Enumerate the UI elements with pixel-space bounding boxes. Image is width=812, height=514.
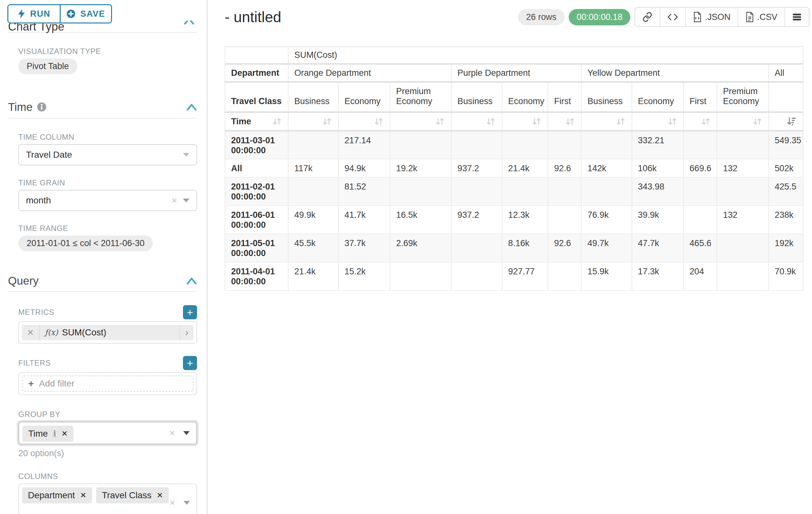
sort-column-button[interactable] xyxy=(390,112,451,131)
query-section-header[interactable]: Query xyxy=(8,274,197,287)
remove-tag-icon[interactable]: ✕ xyxy=(80,491,86,500)
query-section-title: Query xyxy=(8,274,38,287)
group-by-select[interactable]: Timei✕ × xyxy=(18,422,197,444)
columns-select[interactable]: Department✕Travel Class✕ × xyxy=(18,484,197,514)
add-filter-button[interactable]: + Add filter xyxy=(22,376,194,391)
pivot-value-cell xyxy=(717,177,769,206)
pivot-value-cell xyxy=(390,262,451,290)
pivot-value-cell: 204 xyxy=(684,262,717,290)
pivot-value-cell xyxy=(684,131,717,159)
pivot-value-cell xyxy=(684,206,717,234)
time-grain-select[interactable]: month × xyxy=(18,190,197,211)
pivot-value-cell: 21.4k xyxy=(502,159,548,177)
sort-column-button[interactable] xyxy=(502,112,548,131)
sort-column-button[interactable] xyxy=(338,112,390,131)
link-icon xyxy=(642,12,652,22)
clear-icon[interactable]: × xyxy=(171,196,177,205)
embed-code-button[interactable] xyxy=(660,8,685,26)
plus-icon: + xyxy=(187,307,193,318)
clear-icon[interactable]: × xyxy=(169,428,175,438)
pivot-axis-travel-class: Travel Class xyxy=(225,82,288,112)
pivot-class-header: Business xyxy=(581,82,632,112)
page-title[interactable]: - untitled xyxy=(225,8,281,26)
pivot-row-axis-time[interactable]: Time xyxy=(225,112,288,131)
chevron-down-icon xyxy=(183,431,190,435)
selected-option-tag[interactable]: Department✕ xyxy=(22,487,92,504)
section-divider xyxy=(8,291,197,292)
sort-column-button[interactable] xyxy=(548,112,581,131)
metric-pill[interactable]: ✕ ƒ(x) SUM(Cost) › xyxy=(22,325,194,340)
save-button[interactable]: SAVE xyxy=(60,5,111,23)
pivot-class-header: Economy xyxy=(338,82,390,112)
sort-icon xyxy=(616,116,626,127)
run-button-label: RUN xyxy=(30,9,50,19)
code-icon xyxy=(667,12,678,22)
sort-column-button[interactable] xyxy=(769,112,803,131)
pivot-axis-department: Department xyxy=(225,64,288,82)
sort-column-button[interactable] xyxy=(632,112,684,131)
pivot-value-cell xyxy=(717,262,769,290)
control-panel: Chart Type RUN SAVE VISUALIZATION TYPE P… xyxy=(0,0,208,514)
remove-metric-icon[interactable]: ✕ xyxy=(22,325,40,340)
viz-type-pill[interactable]: Pivot Table xyxy=(18,58,77,74)
pivot-value-cell: 927.77 xyxy=(502,262,548,290)
group-by-options-count: 20 option(s) xyxy=(18,449,197,458)
pivot-class-header-empty xyxy=(769,82,803,112)
pivot-class-header: Premium Economy xyxy=(390,82,451,112)
share-link-button[interactable] xyxy=(635,8,660,26)
time-section-header[interactable]: Time xyxy=(8,101,197,113)
pivot-row-label: 2011-02-01 00:00:00 xyxy=(225,177,288,206)
sort-column-button[interactable] xyxy=(288,112,338,131)
pivot-class-header: Economy xyxy=(502,82,548,112)
add-filter-label: Add filter xyxy=(39,378,75,389)
pivot-row-label: 2011-05-01 00:00:00 xyxy=(225,234,288,262)
section-divider xyxy=(8,118,197,118)
remove-tag-icon[interactable]: ✕ xyxy=(156,491,163,500)
pivot-value-cell xyxy=(717,234,769,262)
add-metric-button[interactable]: + xyxy=(183,305,197,319)
pivot-value-cell: 465.6 xyxy=(684,234,717,262)
pivot-value-cell xyxy=(390,177,451,206)
time-range-label: TIME RANGE xyxy=(18,224,197,233)
pivot-value-cell: 2.69k xyxy=(390,234,451,262)
pivot-value-cell: 217.14 xyxy=(338,131,390,159)
control-panel-scroll: VISUALIZATION TYPE Pivot Table Time TIME… xyxy=(0,0,207,514)
export-csv-button[interactable]: .CSV xyxy=(737,8,784,26)
selected-option-tag[interactable]: Timei✕ xyxy=(23,426,74,442)
pivot-value-cell: 39.9k xyxy=(632,206,684,234)
pivot-value-cell: 49.9k xyxy=(288,206,338,234)
save-button-label: SAVE xyxy=(80,9,105,19)
pivot-class-header: First xyxy=(684,82,717,112)
time-range-pill[interactable]: 2011-01-01 ≤ col < 2011-06-30 xyxy=(18,236,153,251)
sort-column-button[interactable] xyxy=(684,112,717,131)
clear-icon[interactable]: × xyxy=(170,498,175,508)
chevron-right-icon[interactable]: › xyxy=(179,325,194,340)
pivot-value-cell: 343.98 xyxy=(632,177,684,206)
run-button[interactable]: RUN xyxy=(8,5,60,23)
chevron-up-icon[interactable] xyxy=(186,277,197,284)
remove-tag-icon[interactable]: ✕ xyxy=(61,429,68,438)
add-filter-plus-button[interactable]: + xyxy=(183,356,197,370)
pivot-value-cell xyxy=(581,177,632,206)
table-row: 2011-05-01 00:00:0045.5k37.7k2.69k8.16k9… xyxy=(225,234,803,262)
pivot-class-header: Premium Economy xyxy=(717,82,769,112)
pivot-value-cell: 41.7k xyxy=(338,206,390,234)
menu-button[interactable] xyxy=(784,8,809,26)
pivot-value-cell: 937.2 xyxy=(451,159,502,177)
metrics-box: ✕ ƒ(x) SUM(Cost) › xyxy=(18,321,197,344)
pivot-value-cell xyxy=(502,131,548,159)
sort-column-button[interactable] xyxy=(451,112,502,131)
sort-icon xyxy=(322,116,332,127)
sort-icon xyxy=(667,116,677,127)
table-row: 2011-02-01 00:00:0081.52343.98425.5 xyxy=(225,177,803,206)
sort-column-button[interactable] xyxy=(581,112,632,131)
chevron-up-icon[interactable] xyxy=(186,104,197,110)
selected-option-tag[interactable]: Travel Class✕ xyxy=(96,487,169,504)
sort-column-button[interactable] xyxy=(717,112,769,131)
pivot-value-cell: 45.5k xyxy=(288,234,338,262)
pivot-value-cell: 16.5k xyxy=(390,206,451,234)
group-by-label: GROUP BY xyxy=(18,410,197,419)
sort-icon xyxy=(435,116,445,127)
export-json-button[interactable]: .JSON xyxy=(685,8,737,26)
time-column-select[interactable]: Travel Date xyxy=(18,144,197,165)
